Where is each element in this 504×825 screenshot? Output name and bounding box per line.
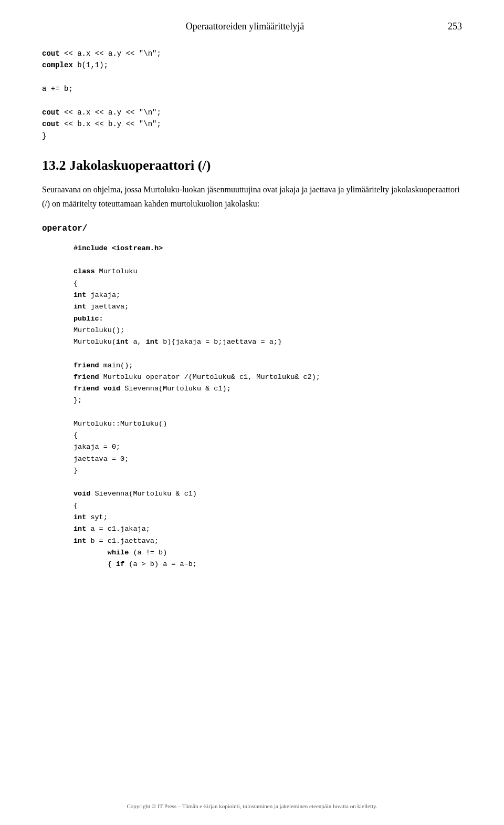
code-line: { if (a > b) a = a–b; [74, 559, 462, 570]
code-line [42, 95, 462, 107]
code-line: class Murtoluku [74, 266, 462, 277]
page-header: Operaattoreiden ylimäärittelyjä 253 [42, 21, 462, 32]
code-line: Murtoluku(int a, int b){jakaja = b;jaett… [74, 336, 462, 348]
code-line: }; [74, 395, 462, 406]
code-line: } [42, 130, 462, 142]
header-title: Operaattoreiden ylimäärittelyjä [42, 21, 448, 32]
code-line: int a = c1.jakaja; [74, 523, 462, 535]
page-footer: Copyright © IT Press – Tämän e-kirjan ko… [0, 803, 504, 809]
page-number: 253 [448, 21, 462, 32]
code-line: friend void Sievenna(Murtoluku & c1); [74, 383, 462, 395]
code-line [74, 407, 462, 418]
operator-label: operator/ [42, 223, 462, 233]
code-line [74, 348, 462, 359]
code-line: a += b; [42, 83, 462, 95]
code-line [74, 477, 462, 488]
code-line: int jaettava; [74, 301, 462, 313]
footer-text: Copyright © IT Press – Tämän e-kirjan ko… [127, 803, 377, 809]
top-code-block: cout << a.x << a.y << "\n"; complex b(1,… [42, 48, 462, 142]
code-line: int syt; [74, 512, 462, 523]
code-line: friend main(); [74, 360, 462, 372]
code-line: int jakaja; [74, 290, 462, 301]
code-line: int b = c1.jaettava; [74, 535, 462, 547]
code-line: complex b(1,1); [42, 59, 462, 71]
page-container: Operaattoreiden ylimäärittelyjä 253 cout… [0, 0, 504, 825]
code-line: cout << a.x << a.y << "\n"; [42, 107, 462, 118]
code-line: cout << a.x << a.y << "\n"; [42, 48, 462, 59]
code-line [42, 71, 462, 83]
code-line: cout << b.x << b.y << "\n"; [42, 118, 462, 130]
section-heading: 13.2 Jakolaskuoperaattori (/) [42, 158, 462, 173]
code-line: friend Murtoluku operator /(Murtoluku& c… [74, 372, 462, 383]
code-line: jakaja = 0; [74, 441, 462, 453]
code-line: } [74, 465, 462, 477]
code-line: { [74, 500, 462, 512]
code-line [74, 254, 462, 266]
code-line: void Sievenna(Murtoluku & c1) [74, 488, 462, 500]
code-line: #include <iostream.h> [74, 243, 462, 254]
code-line: Murtoluku(); [74, 325, 462, 336]
main-code-block: #include <iostream.h> class Murtoluku { … [74, 243, 462, 570]
code-line: public: [74, 313, 462, 325]
code-line: { [74, 430, 462, 441]
code-line: while (a != b) [74, 547, 462, 559]
code-line: Murtoluku::Murtoluku() [74, 418, 462, 430]
code-line: { [74, 278, 462, 290]
code-line: jaettava = 0; [74, 453, 462, 465]
description-text: Seuraavana on ohjelma, jossa Murtoluku-l… [42, 183, 462, 211]
